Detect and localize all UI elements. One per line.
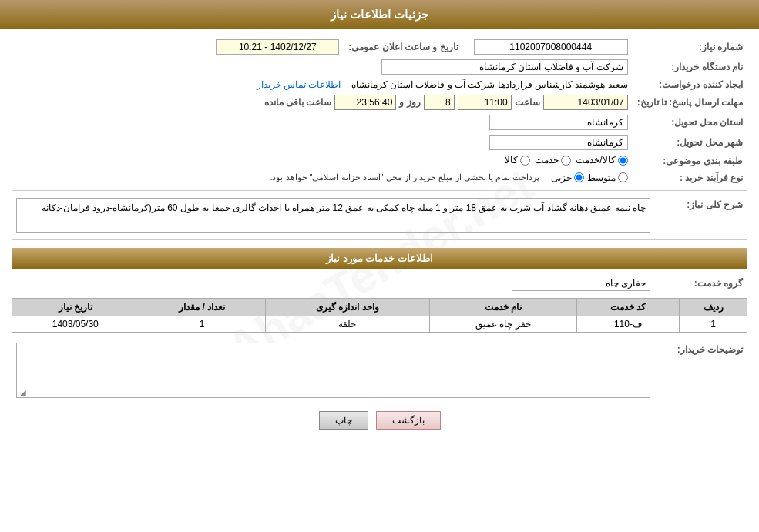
deadline-time-label: ساعت <box>515 97 540 108</box>
description-label: شرح کلی نیاز: <box>655 196 747 235</box>
print-button[interactable]: چاپ <box>319 411 368 430</box>
col-code: کد خدمت <box>576 298 680 316</box>
col-unit: واحد اندازه گیری <box>265 298 429 316</box>
process-label: نوع فرآیند خرید : <box>633 170 747 186</box>
buyer-org-value: شرکت آب و فاضلاب استان کرمانشاه <box>381 59 628 75</box>
need-number-label: شماره نیاز: <box>633 37 747 57</box>
description-table: شرح کلی نیاز: چاه نیمه عمیق دهانه گشاد آ… <box>12 196 747 235</box>
buyer-org-label: نام دستگاه خریدار: <box>633 57 747 77</box>
col-quantity: تعداد / مقدار <box>139 298 265 316</box>
creator-value: سعید هوشمند کارشناس قراردادها شرکت آب و … <box>351 79 628 90</box>
category-khedmat-option[interactable]: خدمت <box>535 155 571 166</box>
deadline-countdown: 23:56:40 <box>334 95 396 110</box>
col-date: تاریخ نیاز <box>12 298 139 316</box>
category-kala-label: کالا <box>505 155 518 166</box>
buyer-notes-label: توضیحات خریدار: <box>655 340 747 400</box>
province-value: کرمانشاه <box>489 115 628 130</box>
category-khedmat-label: خدمت <box>535 155 559 166</box>
process-jozii-radio[interactable] <box>574 172 584 182</box>
announce-date-label: تاریخ و ساعت اعلان عمومی: <box>344 37 462 57</box>
process-jozii-option[interactable]: جزیی <box>551 172 584 183</box>
announce-date-value: 1402/12/27 - 10:21 <box>216 39 339 55</box>
buttons-row: بازگشت چاپ <box>12 411 747 430</box>
col-name: نام خدمت <box>430 298 577 316</box>
process-motavaset-radio[interactable] <box>618 172 628 182</box>
process-motavaset-option[interactable]: متوسط <box>587 172 628 183</box>
buyer-notes-value <box>17 343 650 397</box>
deadline-time: 11:00 <box>458 95 512 110</box>
service-group-value: حفاری چاه <box>512 276 650 291</box>
province-label: استان محل تحویل: <box>633 112 747 132</box>
table-row: 1ف-110حفر چاه عمیقحلقه11403/05/30 <box>12 316 747 332</box>
category-label: طبقه بندی موضوعی: <box>633 152 747 170</box>
process-warning: پرداخت تمام یا بخشی از مبلغ خریدار از مح… <box>270 172 539 182</box>
category-kala-khedmat-radio[interactable] <box>618 156 628 166</box>
main-info-table: شماره نیاز: 1102007008000444 تاریخ و ساع… <box>12 37 747 186</box>
service-group-label: گروه خدمت: <box>655 273 747 293</box>
resize-handle[interactable]: ◢ <box>18 388 26 396</box>
category-kala-option[interactable]: کالا <box>505 155 530 166</box>
category-khedmat-radio[interactable] <box>561 156 571 166</box>
category-kala-radio[interactable] <box>520 156 530 166</box>
services-section-title: اطلاعات خدمات مورد نیاز <box>12 248 747 269</box>
deadline-date: 1403/01/07 <box>543 95 628 110</box>
deadline-days: 8 <box>424 95 455 110</box>
process-motavaset-label: متوسط <box>587 172 616 183</box>
deadline-days-label: روز و <box>399 97 420 108</box>
need-number-value: 1102007008000444 <box>474 39 628 55</box>
description-value: چاه نیمه عمیق دهانه گشاد آب شرب به عمق 1… <box>16 198 650 233</box>
buyer-notes-area: ◢ <box>16 343 650 398</box>
category-kala-khedmat-label: کالا/خدمت <box>576 155 615 166</box>
buyer-notes-table: توضیحات خریدار: ◢ <box>12 340 747 400</box>
contact-link[interactable]: اطلاعات تماس خریدار <box>257 79 341 90</box>
city-value: کرمانشاه <box>489 135 628 150</box>
city-label: شهر محل تحویل: <box>633 132 747 152</box>
col-row-num: ردیف <box>680 298 747 316</box>
category-kala-khedmat-option[interactable]: کالا/خدمت <box>576 155 627 166</box>
process-jozii-label: جزیی <box>551 172 572 183</box>
service-group-table: گروه خدمت: حفاری چاه <box>12 273 747 293</box>
services-table: ردیف کد خدمت نام خدمت واحد اندازه گیری ت… <box>12 298 747 333</box>
page-title: جزئیات اطلاعات نیاز <box>331 8 428 21</box>
deadline-label: مهلت ارسال پاسخ: تا تاریخ: <box>633 92 747 112</box>
creator-label: ایجاد کننده درخواست: <box>633 77 747 92</box>
deadline-countdown-label: ساعت باقی مانده <box>264 97 332 108</box>
page-header: جزئیات اطلاعات نیاز <box>0 0 759 29</box>
back-button[interactable]: بازگشت <box>376 411 441 430</box>
